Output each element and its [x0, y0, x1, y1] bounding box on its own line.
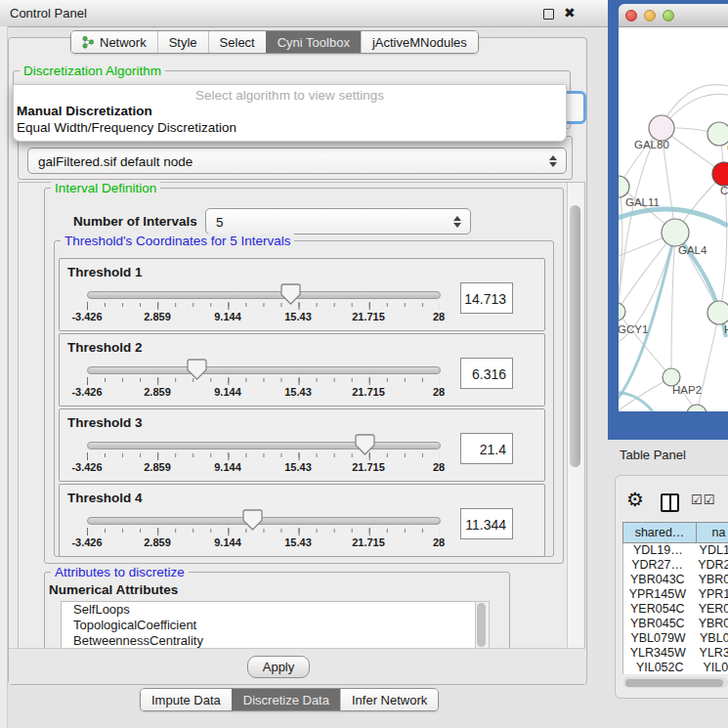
vertical-scrollbar[interactable] — [567, 183, 583, 648]
table-row[interactable]: YPR145WYPR1 — [623, 587, 728, 602]
split-columns-icon[interactable] — [661, 493, 679, 512]
table-row[interactable]: YBR043CYBR0 — [623, 573, 728, 587]
table-cell: YBR043C — [623, 573, 692, 587]
algorithm-group-title: Discretization Algorithm — [20, 64, 165, 78]
threshold-row: Threshold 4 -3.4262.8599.14415.4321.7152… — [59, 484, 545, 557]
tab-style[interactable]: Style — [157, 31, 208, 53]
network-edge[interactable] — [671, 233, 675, 376]
tick-label: 9.144 — [214, 386, 241, 398]
threshold-slider-track[interactable] — [87, 517, 441, 525]
column-header-na[interactable]: na — [697, 522, 728, 543]
table-row[interactable]: YBL079WYBL0 — [623, 631, 728, 646]
threshold-value-field[interactable]: 21.4 — [460, 433, 513, 464]
table-cell: YDR27… — [623, 558, 691, 573]
tab-cyni-toolbox[interactable]: Cyni Toolbox — [266, 31, 361, 53]
table-rows: YDL19…YDL1YDR27…YDR2YBR043CYBR0YPR145WYP… — [622, 543, 728, 674]
network-node-g[interactable] — [707, 122, 728, 146]
tick-label: 9.144 — [214, 536, 241, 548]
tick-label: -3.426 — [71, 311, 102, 322]
tab-network[interactable]: Network — [71, 31, 157, 53]
table-cell: YLR3 — [693, 646, 728, 661]
column-header-shared[interactable]: shared… — [622, 522, 697, 543]
window-close-light-icon[interactable] — [625, 10, 637, 21]
vertical-scrollbar-thumb[interactable] — [570, 205, 580, 467]
slider-tick-labels: -3.4262.8599.14415.4321.71528 — [87, 386, 439, 399]
table-panel-title: Table Panel — [620, 448, 686, 462]
table-row[interactable]: YLR345WYLR3 — [623, 646, 728, 661]
network-thick-edge[interactable] — [619, 393, 653, 411]
numerical-attributes-list[interactable]: SelfLoopsTopologicalCoefficientBetweenne… — [61, 601, 476, 651]
tick-label: 15.43 — [284, 536, 312, 548]
number-of-intervals-value: 5 — [216, 214, 224, 229]
cyni-bottom-tabbar: Impute DataDiscretize DataInfer Network — [140, 688, 439, 711]
tick-label: 15.43 — [284, 461, 312, 473]
slider-minor-ticks — [87, 303, 440, 307]
threshold-row: Threshold 1 -3.4262.8599.14415.4321.7152… — [59, 258, 545, 331]
network-node-gcy1[interactable] — [619, 303, 625, 321]
checkbox-icons[interactable]: ☑☑ — [691, 492, 715, 507]
attribute-item-betweennesscentrality[interactable]: BetweennessCentrality — [62, 633, 475, 649]
network-node[interactable] — [687, 405, 707, 411]
threshold-value-field[interactable]: 14.713 — [460, 282, 513, 314]
tick-label: 21.715 — [352, 461, 385, 473]
network-canvas[interactable]: GAL80GCGAL11GAL4GCY1HHAP2 — [619, 27, 728, 411]
tick-label: 2.859 — [144, 461, 171, 473]
float-window-icon[interactable] — [543, 9, 554, 20]
tick-label: 21.715 — [352, 536, 385, 548]
control-panel-tabbar: NetworkStyleSelectCyni ToolboxjActiveMNo… — [70, 30, 479, 54]
algorithm-option-equal-width-frequency-discretization[interactable]: Equal Width/Frequency Discretization — [17, 120, 236, 135]
threshold-slider-track[interactable] — [87, 442, 441, 450]
tab-label: Network — [100, 35, 147, 50]
window-minimize-light-icon[interactable] — [644, 10, 656, 21]
network-node-label: C — [720, 185, 728, 196]
threshold-slider-track[interactable] — [87, 291, 441, 299]
table-cell: YIL0 — [696, 661, 728, 674]
tab-infer-network[interactable]: Infer Network — [340, 689, 438, 710]
apply-button[interactable]: Apply — [247, 656, 310, 678]
number-of-intervals-combobox[interactable]: 5 — [205, 208, 471, 235]
network-node-gal11[interactable] — [619, 176, 629, 197]
tick-label: 2.859 — [144, 536, 171, 548]
network-edge[interactable] — [697, 313, 719, 411]
table-row[interactable]: YER054CYER0 — [623, 602, 728, 617]
app-root: Control Panel ✖ NetworkStyleSelectCyni T… — [0, 0, 728, 728]
table-horizontal-scrollbar-thumb[interactable] — [625, 679, 723, 687]
network-node-label: GAL80 — [634, 139, 669, 150]
tab-impute-data[interactable]: Impute Data — [141, 689, 232, 710]
tab-label: Impute Data — [151, 693, 221, 707]
network-node-gal80[interactable] — [649, 115, 674, 141]
network-node-c[interactable] — [712, 162, 728, 186]
tab-select[interactable]: Select — [208, 31, 266, 53]
table-row[interactable]: YBR045CYBR0 — [623, 617, 728, 631]
network-node-gal4[interactable] — [662, 219, 689, 246]
table-row[interactable]: YDL19…YDL1 — [623, 543, 728, 558]
slider-minor-ticks — [87, 529, 440, 533]
tab-label: Discretize Data — [243, 693, 329, 707]
tick-label: 15.43 — [284, 311, 312, 322]
table-row[interactable]: YDR27…YDR2 — [623, 558, 728, 573]
tab-discretize-data[interactable]: Discretize Data — [232, 689, 340, 710]
tick-label: -3.426 — [71, 536, 102, 548]
combo-arrows-icon — [453, 216, 461, 228]
tab-jactivemnodules[interactable]: jActiveMNodules — [361, 31, 478, 53]
settings-gear-icon[interactable]: ⚙ — [626, 489, 644, 510]
table-horizontal-scrollbar[interactable] — [623, 677, 728, 688]
tick-label: 28 — [433, 386, 445, 398]
threshold-slider-track[interactable] — [87, 366, 441, 374]
attributes-list-scrollbar[interactable] — [475, 601, 490, 651]
table-row[interactable]: YIL052CYIL0 — [623, 661, 728, 674]
network-window-titlebar — [619, 4, 728, 27]
threshold-value-field[interactable]: 11.344 — [460, 508, 513, 539]
table-data-combobox[interactable]: galFiltered.sif default node — [27, 148, 567, 174]
attribute-item-selfloops[interactable]: SelfLoops — [62, 602, 475, 618]
network-node-h[interactable] — [707, 301, 728, 324]
attribute-item-topologicalcoefficient[interactable]: TopologicalCoefficient — [62, 618, 475, 633]
table-cell: YDL1 — [693, 543, 728, 558]
control-panel-title: Control Panel — [10, 6, 87, 21]
algorithm-option-manual-discretization[interactable]: Manual Discretization — [17, 104, 152, 118]
window-zoom-light-icon[interactable] — [663, 10, 674, 21]
attributes-list-scrollbar-thumb[interactable] — [477, 603, 486, 647]
threshold-value-field[interactable]: 6.316 — [460, 358, 513, 389]
close-icon[interactable]: ✖ — [564, 5, 576, 21]
table-cell: YBR0 — [692, 573, 728, 587]
